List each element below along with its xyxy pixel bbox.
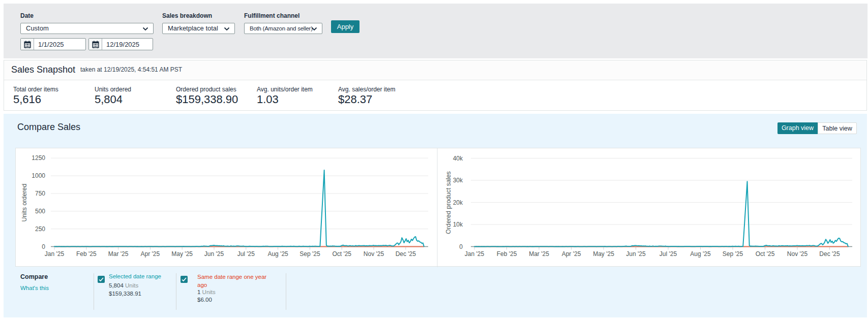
svg-text:Mar '25: Mar '25 [529,250,549,258]
svg-text:Units ordered: Units ordered [21,183,28,221]
svg-text:Jul '25: Jul '25 [237,250,255,258]
svg-text:Apr '25: Apr '25 [562,250,581,258]
svg-text:Jul '25: Jul '25 [660,250,677,258]
svg-text:May '25: May '25 [593,250,614,258]
svg-text:40k: 40k [453,155,463,162]
svg-text:0: 0 [42,243,45,250]
svg-text:250: 250 [35,226,45,233]
svg-text:Aug '25: Aug '25 [690,250,711,258]
svg-text:May '25: May '25 [171,250,193,258]
svg-text:Apr '25: Apr '25 [141,250,160,258]
svg-text:Ordered product sales: Ordered product sales [445,171,452,234]
svg-text:Dec '25: Dec '25 [396,250,416,258]
svg-text:10k: 10k [453,221,463,228]
svg-text:Aug '25: Aug '25 [267,250,288,258]
svg-text:20k: 20k [453,199,463,206]
svg-text:1250: 1250 [32,154,45,162]
svg-text:Feb '25: Feb '25 [497,250,517,258]
svg-text:1000: 1000 [32,172,45,179]
svg-text:Jun '25: Jun '25 [204,250,224,258]
svg-text:Jun '25: Jun '25 [626,250,646,258]
svg-text:Oct '25: Oct '25 [756,250,775,258]
svg-text:Sep '25: Sep '25 [723,250,743,258]
svg-text:Mar '25: Mar '25 [108,250,129,258]
svg-text:500: 500 [35,208,45,215]
svg-text:30k: 30k [453,177,463,184]
svg-text:Sep '25: Sep '25 [300,250,320,258]
svg-text:0: 0 [459,243,463,250]
svg-text:Feb '25: Feb '25 [76,250,97,258]
svg-text:Jan '25: Jan '25 [465,250,485,258]
svg-text:Nov '25: Nov '25 [364,250,384,258]
svg-text:Jan '25: Jan '25 [45,250,65,258]
svg-text:Oct '25: Oct '25 [332,250,351,258]
svg-text:750: 750 [35,190,45,197]
svg-text:Dec '25: Dec '25 [819,250,840,258]
svg-text:Nov '25: Nov '25 [787,250,808,258]
